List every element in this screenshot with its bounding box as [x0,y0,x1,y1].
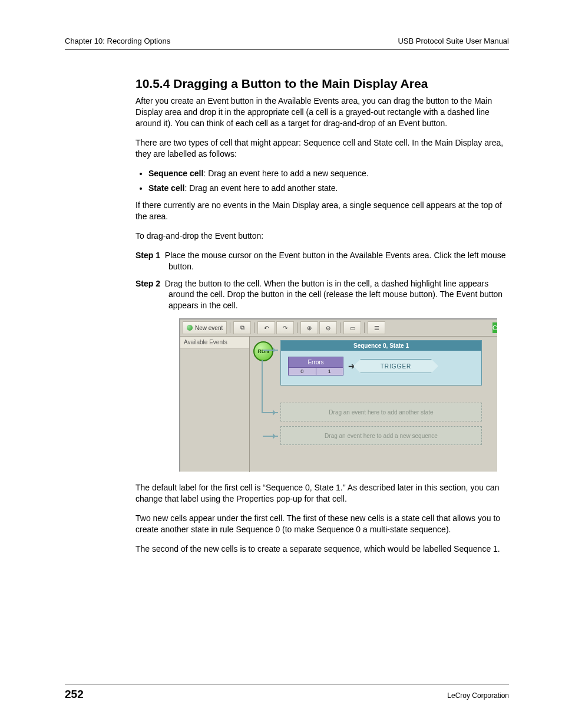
term: Sequence cell [148,169,203,178]
arrow-icon [263,436,278,437]
undo-icon[interactable]: ↶ [257,321,275,334]
counter-value: 0 [289,368,316,375]
side-tab[interactable]: C [492,322,497,333]
arrow-icon [263,412,278,413]
separator [254,322,254,333]
bullet-list: Sequence cell: Drag an event here to add… [135,167,509,194]
page-number: 252 [65,688,84,701]
definition: : Drag an event here to add another stat… [184,183,338,193]
header-left: Chapter 10: Recording Options [65,37,170,45]
content: 10.5.4 Dragging a Button to the Main Dis… [135,77,509,555]
paragraph: The second of the new cells is to create… [135,543,509,555]
new-event-label: New event [195,325,223,331]
properties-icon[interactable]: ☰ [368,321,385,334]
ui-body: Available Events RUN Sequence 0, State 1… [180,337,497,472]
page-footer: 252 LeCroy Corporation [65,684,509,701]
step-text: Drag the button to the cell. When the bu… [165,279,503,311]
embedded-ui-figure: New event ⧉ ↶ ↷ ⊕ ⊖ ▭ ☰ C Available Even… [179,318,497,472]
sequence-cell[interactable]: Sequence 0, State 1 Errors 0 1 ➔ TRIGGER [280,340,482,386]
zoom-in-icon[interactable]: ⊕ [300,321,318,334]
errors-label: Errors [289,357,343,367]
separator [340,322,340,333]
errors-counter: 0 1 [289,367,343,375]
paragraph: To drag-and-drop the Event button: [135,230,509,242]
page: Chapter 10: Recording Options USB Protoc… [0,0,562,728]
zoom-out-icon[interactable]: ⊖ [319,321,337,334]
paragraph: Two new cells appear under the first cel… [135,513,509,535]
list-item: State cell: Drag an event here to add an… [148,182,509,194]
step: Step 2 Drag the button to the cell. When… [135,278,509,312]
new-event-icon [187,325,193,331]
arrow-icon [263,350,278,351]
paragraph: If there currently are no events in the … [135,200,509,222]
run-badge[interactable]: RUN [253,341,273,361]
step: Step 1 Place the mouse cursor on the Eve… [135,250,509,272]
step-label: Step 2 [135,279,160,288]
counter-value: 1 [316,368,343,375]
separator [364,322,365,333]
paragraph: There are two types of cell that might a… [135,137,509,160]
sequence-drop-cell[interactable]: Drag an event here to add a new sequence [280,426,482,445]
available-events-panel: Available Events [180,337,250,472]
separator [297,322,297,333]
new-event-button[interactable]: New event [183,321,227,334]
trigger-action[interactable]: TRIGGER [360,359,432,373]
redo-icon[interactable]: ↷ [276,321,294,334]
section-title: 10.5.4 Dragging a Button to the Main Dis… [135,77,509,91]
sequence-body: Errors 0 1 ➔ TRIGGER [281,351,481,385]
toolbar: New event ⧉ ↶ ↷ ⊕ ⊖ ▭ ☰ C [180,319,497,337]
paragraph: After you create an Event button in the … [135,95,509,129]
page-header: Chapter 10: Recording Options USB Protoc… [65,37,509,50]
sequence-header: Sequence 0, State 1 [281,341,481,351]
state-drop-cell[interactable]: Drag an event here to add another state [280,403,482,421]
canvas[interactable]: RUN Sequence 0, State 1 Errors 0 1 [250,337,497,472]
paragraph: The default label for the first cell is … [135,482,509,505]
corporation: LeCroy Corporation [447,691,509,700]
step-text: Place the mouse cursor on the Event butt… [165,251,506,271]
fit-icon[interactable]: ▭ [343,321,361,334]
term: State cell [148,183,184,193]
copy-icon[interactable]: ⧉ [233,321,251,334]
definition: : Drag an event here to add a new sequen… [203,169,368,178]
errors-event[interactable]: Errors 0 1 [288,357,343,375]
list-item: Sequence cell: Drag an event here to add… [148,167,509,179]
header-right: USB Protocol Suite User Manual [398,37,509,45]
available-events-header: Available Events [180,337,249,348]
step-label: Step 1 [135,251,160,260]
connector-line [262,360,263,413]
separator [230,322,230,333]
